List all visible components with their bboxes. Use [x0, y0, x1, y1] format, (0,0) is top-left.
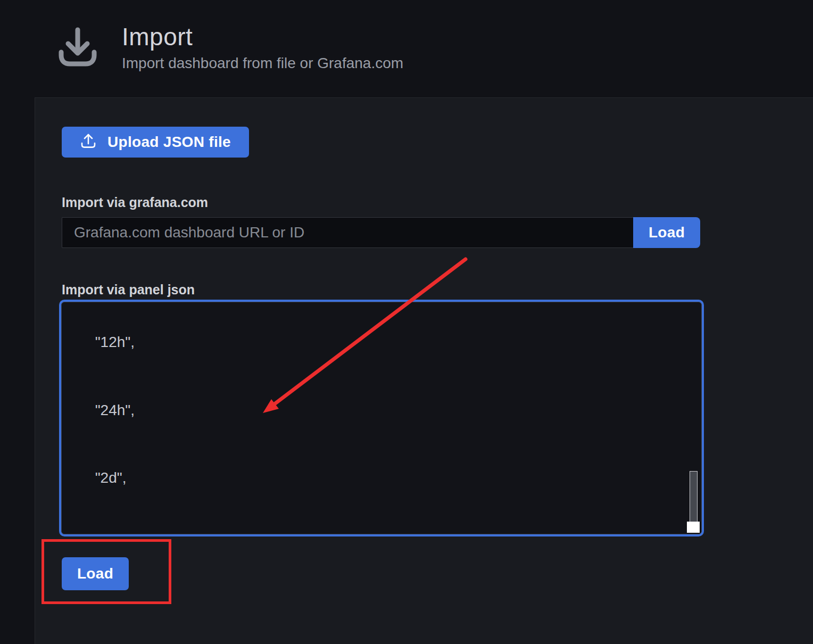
- panel-json-focus-ring: "12h", "24h", "2d", "7d", "30d" ] }, "ti…: [59, 300, 704, 536]
- panel-json-load-label: Load: [77, 565, 113, 582]
- gcom-import-row: Load: [62, 217, 700, 248]
- upload-json-file-button[interactable]: Upload JSON file: [62, 127, 249, 158]
- gcom-load-label: Load: [649, 224, 685, 241]
- page-header: Import Import dashboard from file or Gra…: [0, 0, 813, 97]
- import-page: Import Import dashboard from file or Gra…: [0, 0, 813, 644]
- page-subtitle: Import dashboard from file or Grafana.co…: [122, 55, 403, 72]
- gcom-load-button[interactable]: Load: [633, 217, 700, 248]
- panel-json-textarea[interactable]: "12h", "24h", "2d", "7d", "30d" ] }, "ti…: [61, 302, 702, 534]
- gcom-url-input[interactable]: [62, 217, 633, 248]
- resize-handle-icon[interactable]: [687, 522, 700, 533]
- textarea-scrollbar-thumb[interactable]: [690, 471, 698, 524]
- download-icon: [56, 24, 99, 70]
- json-line: "2d",: [70, 467, 701, 490]
- json-line: "12h",: [70, 331, 701, 354]
- gcom-section-label: Import via grafana.com: [62, 195, 813, 210]
- upload-icon: [80, 132, 97, 153]
- panel-json-load-button[interactable]: Load: [62, 557, 129, 590]
- upload-json-file-label: Upload JSON file: [107, 134, 231, 151]
- import-panel: Upload JSON file Import via grafana.com …: [35, 97, 813, 644]
- json-line: "24h",: [70, 399, 701, 422]
- panel-json-section-label: Import via panel json: [62, 282, 813, 298]
- page-title: Import: [122, 23, 403, 51]
